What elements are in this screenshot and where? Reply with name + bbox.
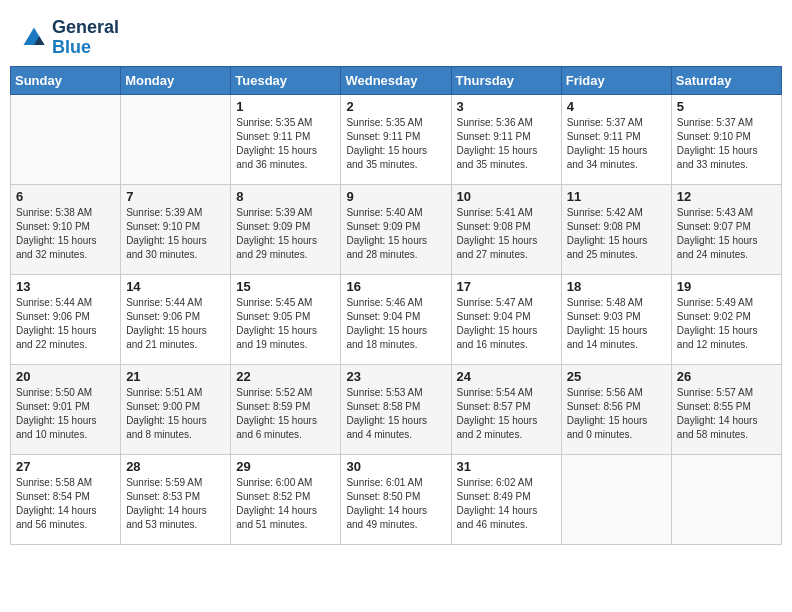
calendar-cell: 24Sunrise: 5:54 AM Sunset: 8:57 PM Dayli… (451, 364, 561, 454)
day-info: Sunrise: 5:38 AM Sunset: 9:10 PM Dayligh… (16, 206, 115, 262)
calendar-cell: 30Sunrise: 6:01 AM Sunset: 8:50 PM Dayli… (341, 454, 451, 544)
day-info: Sunrise: 6:00 AM Sunset: 8:52 PM Dayligh… (236, 476, 335, 532)
page-header: General Blue (10, 10, 782, 62)
day-number: 17 (457, 279, 556, 294)
calendar-cell (671, 454, 781, 544)
day-number: 22 (236, 369, 335, 384)
calendar-week-row: 1Sunrise: 5:35 AM Sunset: 9:11 PM Daylig… (11, 94, 782, 184)
weekday-header-cell: Thursday (451, 66, 561, 94)
day-info: Sunrise: 5:41 AM Sunset: 9:08 PM Dayligh… (457, 206, 556, 262)
calendar-cell: 5Sunrise: 5:37 AM Sunset: 9:10 PM Daylig… (671, 94, 781, 184)
day-number: 23 (346, 369, 445, 384)
day-number: 4 (567, 99, 666, 114)
day-number: 30 (346, 459, 445, 474)
day-info: Sunrise: 5:37 AM Sunset: 9:10 PM Dayligh… (677, 116, 776, 172)
weekday-header-cell: Sunday (11, 66, 121, 94)
day-number: 26 (677, 369, 776, 384)
weekday-header-cell: Friday (561, 66, 671, 94)
calendar-cell: 16Sunrise: 5:46 AM Sunset: 9:04 PM Dayli… (341, 274, 451, 364)
day-number: 18 (567, 279, 666, 294)
day-info: Sunrise: 5:35 AM Sunset: 9:11 PM Dayligh… (346, 116, 445, 172)
day-info: Sunrise: 5:59 AM Sunset: 8:53 PM Dayligh… (126, 476, 225, 532)
day-info: Sunrise: 5:40 AM Sunset: 9:09 PM Dayligh… (346, 206, 445, 262)
weekday-header-cell: Wednesday (341, 66, 451, 94)
calendar-cell: 2Sunrise: 5:35 AM Sunset: 9:11 PM Daylig… (341, 94, 451, 184)
day-info: Sunrise: 5:48 AM Sunset: 9:03 PM Dayligh… (567, 296, 666, 352)
logo: General Blue (20, 18, 119, 58)
day-number: 2 (346, 99, 445, 114)
day-number: 20 (16, 369, 115, 384)
day-info: Sunrise: 5:42 AM Sunset: 9:08 PM Dayligh… (567, 206, 666, 262)
calendar-cell: 26Sunrise: 5:57 AM Sunset: 8:55 PM Dayli… (671, 364, 781, 454)
day-number: 12 (677, 189, 776, 204)
calendar-cell: 11Sunrise: 5:42 AM Sunset: 9:08 PM Dayli… (561, 184, 671, 274)
day-number: 13 (16, 279, 115, 294)
calendar-cell: 20Sunrise: 5:50 AM Sunset: 9:01 PM Dayli… (11, 364, 121, 454)
calendar-cell: 13Sunrise: 5:44 AM Sunset: 9:06 PM Dayli… (11, 274, 121, 364)
calendar-cell: 29Sunrise: 6:00 AM Sunset: 8:52 PM Dayli… (231, 454, 341, 544)
calendar-cell: 4Sunrise: 5:37 AM Sunset: 9:11 PM Daylig… (561, 94, 671, 184)
calendar-cell: 15Sunrise: 5:45 AM Sunset: 9:05 PM Dayli… (231, 274, 341, 364)
day-info: Sunrise: 5:47 AM Sunset: 9:04 PM Dayligh… (457, 296, 556, 352)
weekday-header-cell: Tuesday (231, 66, 341, 94)
day-number: 9 (346, 189, 445, 204)
day-info: Sunrise: 5:56 AM Sunset: 8:56 PM Dayligh… (567, 386, 666, 442)
day-info: Sunrise: 5:37 AM Sunset: 9:11 PM Dayligh… (567, 116, 666, 172)
calendar-cell: 22Sunrise: 5:52 AM Sunset: 8:59 PM Dayli… (231, 364, 341, 454)
day-info: Sunrise: 5:54 AM Sunset: 8:57 PM Dayligh… (457, 386, 556, 442)
day-number: 3 (457, 99, 556, 114)
day-number: 21 (126, 369, 225, 384)
day-info: Sunrise: 5:49 AM Sunset: 9:02 PM Dayligh… (677, 296, 776, 352)
day-number: 31 (457, 459, 556, 474)
day-info: Sunrise: 5:45 AM Sunset: 9:05 PM Dayligh… (236, 296, 335, 352)
calendar-cell: 19Sunrise: 5:49 AM Sunset: 9:02 PM Dayli… (671, 274, 781, 364)
calendar-body: 1Sunrise: 5:35 AM Sunset: 9:11 PM Daylig… (11, 94, 782, 544)
day-number: 28 (126, 459, 225, 474)
calendar-cell (121, 94, 231, 184)
calendar-cell: 12Sunrise: 5:43 AM Sunset: 9:07 PM Dayli… (671, 184, 781, 274)
day-number: 8 (236, 189, 335, 204)
logo-text: General Blue (52, 18, 119, 58)
day-number: 27 (16, 459, 115, 474)
day-info: Sunrise: 5:53 AM Sunset: 8:58 PM Dayligh… (346, 386, 445, 442)
day-info: Sunrise: 5:51 AM Sunset: 9:00 PM Dayligh… (126, 386, 225, 442)
day-info: Sunrise: 5:39 AM Sunset: 9:10 PM Dayligh… (126, 206, 225, 262)
calendar-cell: 8Sunrise: 5:39 AM Sunset: 9:09 PM Daylig… (231, 184, 341, 274)
calendar-week-row: 27Sunrise: 5:58 AM Sunset: 8:54 PM Dayli… (11, 454, 782, 544)
weekday-header-row: SundayMondayTuesdayWednesdayThursdayFrid… (11, 66, 782, 94)
calendar-cell: 28Sunrise: 5:59 AM Sunset: 8:53 PM Dayli… (121, 454, 231, 544)
day-number: 6 (16, 189, 115, 204)
day-number: 29 (236, 459, 335, 474)
calendar-week-row: 20Sunrise: 5:50 AM Sunset: 9:01 PM Dayli… (11, 364, 782, 454)
day-info: Sunrise: 5:43 AM Sunset: 9:07 PM Dayligh… (677, 206, 776, 262)
calendar-cell (11, 94, 121, 184)
day-number: 1 (236, 99, 335, 114)
calendar-cell: 31Sunrise: 6:02 AM Sunset: 8:49 PM Dayli… (451, 454, 561, 544)
calendar-cell: 9Sunrise: 5:40 AM Sunset: 9:09 PM Daylig… (341, 184, 451, 274)
day-info: Sunrise: 5:58 AM Sunset: 8:54 PM Dayligh… (16, 476, 115, 532)
day-number: 10 (457, 189, 556, 204)
day-number: 15 (236, 279, 335, 294)
calendar-week-row: 6Sunrise: 5:38 AM Sunset: 9:10 PM Daylig… (11, 184, 782, 274)
calendar-cell (561, 454, 671, 544)
calendar-table: SundayMondayTuesdayWednesdayThursdayFrid… (10, 66, 782, 545)
day-number: 25 (567, 369, 666, 384)
weekday-header-cell: Monday (121, 66, 231, 94)
calendar-cell: 10Sunrise: 5:41 AM Sunset: 9:08 PM Dayli… (451, 184, 561, 274)
day-number: 11 (567, 189, 666, 204)
day-info: Sunrise: 5:35 AM Sunset: 9:11 PM Dayligh… (236, 116, 335, 172)
logo-icon (20, 24, 48, 52)
day-number: 5 (677, 99, 776, 114)
calendar-cell: 17Sunrise: 5:47 AM Sunset: 9:04 PM Dayli… (451, 274, 561, 364)
weekday-header-cell: Saturday (671, 66, 781, 94)
day-number: 16 (346, 279, 445, 294)
day-info: Sunrise: 6:02 AM Sunset: 8:49 PM Dayligh… (457, 476, 556, 532)
calendar-cell: 18Sunrise: 5:48 AM Sunset: 9:03 PM Dayli… (561, 274, 671, 364)
day-info: Sunrise: 5:57 AM Sunset: 8:55 PM Dayligh… (677, 386, 776, 442)
calendar-cell: 3Sunrise: 5:36 AM Sunset: 9:11 PM Daylig… (451, 94, 561, 184)
calendar-cell: 25Sunrise: 5:56 AM Sunset: 8:56 PM Dayli… (561, 364, 671, 454)
day-info: Sunrise: 5:52 AM Sunset: 8:59 PM Dayligh… (236, 386, 335, 442)
day-number: 19 (677, 279, 776, 294)
calendar-cell: 14Sunrise: 5:44 AM Sunset: 9:06 PM Dayli… (121, 274, 231, 364)
day-info: Sunrise: 5:50 AM Sunset: 9:01 PM Dayligh… (16, 386, 115, 442)
